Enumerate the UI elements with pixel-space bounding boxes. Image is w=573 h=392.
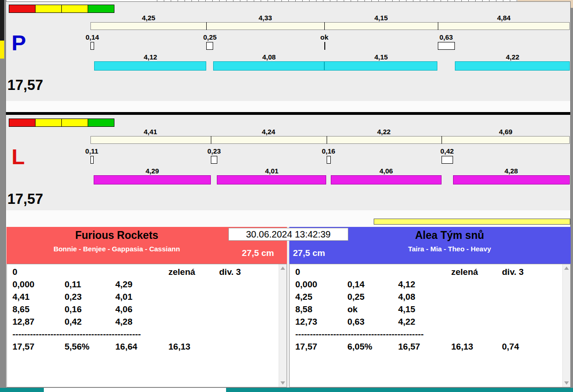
scrollbar[interactable] xyxy=(562,264,570,387)
exchange-time-box xyxy=(324,42,325,50)
result-row: 8,58ok4,15 xyxy=(290,304,562,317)
result-row: 4,410,234,01 xyxy=(7,292,278,304)
split-time-label: 4,41 xyxy=(130,128,171,136)
lane-panel-left: L 4,414,244,224,690,110,230,160,424,294,… xyxy=(6,115,571,210)
split-time-label: 4,22 xyxy=(363,128,405,136)
split-time-label: 4,84 xyxy=(483,14,525,22)
left-edge-yellow-strip xyxy=(0,41,4,59)
result-row: 0,0000,114,29 xyxy=(7,279,278,292)
split-time-label: 4,33 xyxy=(245,14,286,22)
run-time-label: 4,06 xyxy=(365,167,407,175)
result-cell: 4,15 xyxy=(398,304,415,315)
run-time-bar xyxy=(94,175,211,184)
result-cell: 0,63 xyxy=(347,317,364,327)
exchange-time-box xyxy=(90,156,94,164)
result-cell: 0 xyxy=(12,267,18,277)
result-cell: 0,42 xyxy=(65,317,82,327)
result-cell: 0,000 xyxy=(12,279,35,290)
team-results-left: 0zelenádiv. 30,0000,114,294,410,234,018,… xyxy=(6,264,287,387)
run-time-label: 4,29 xyxy=(131,167,173,175)
result-cell: 17,57 xyxy=(295,342,317,352)
result-cell: 4,01 xyxy=(115,292,132,302)
lane-chart-right: 4,254,334,154,840,140,25ok0,634,124,084,… xyxy=(6,1,571,101)
run-time-bar xyxy=(331,175,442,184)
scrollbar[interactable] xyxy=(279,264,286,387)
split-time-label: 4,25 xyxy=(128,14,169,22)
split-axis-bar xyxy=(90,22,570,30)
result-cell: 0,74 xyxy=(502,342,519,352)
split-axis-bar xyxy=(90,136,570,144)
result-cell: 0,14 xyxy=(347,279,364,290)
result-row: 12,870,424,28 xyxy=(7,317,278,329)
exchange-time-label: ok xyxy=(304,33,345,41)
result-cell: 12,73 xyxy=(295,317,317,327)
team-results-right: 0zelenádiv. 30,0000,144,124,250,254,088,… xyxy=(289,264,571,387)
scroll-up-icon[interactable] xyxy=(281,267,285,270)
run-time-label: 4,28 xyxy=(490,167,532,175)
flyball-timing-screen: P 4,254,334,154,840,140,25ok0,634,124,08… xyxy=(0,0,573,392)
scroll-up-icon[interactable] xyxy=(564,267,569,270)
result-cell: 4,28 xyxy=(115,317,132,327)
result-row: 4,250,254,08 xyxy=(290,292,562,304)
results-rows: 0zelenádiv. 30,0000,114,294,410,234,018,… xyxy=(7,267,278,387)
run-time-label: 4,15 xyxy=(360,53,402,61)
run-time-label: 4,22 xyxy=(492,53,533,61)
exchange-time-box xyxy=(442,156,453,164)
divider-line: ----------------------------------------… xyxy=(290,329,562,342)
result-cell: 8,65 xyxy=(12,304,30,315)
result-cell: 6,05% xyxy=(347,342,372,352)
exchange-time-box xyxy=(438,42,455,50)
result-cell: 0,25 xyxy=(347,292,364,302)
split-time-label: 4,15 xyxy=(360,14,402,22)
scroll-down-icon[interactable] xyxy=(281,381,285,385)
result-cell: 4,22 xyxy=(398,317,415,327)
exchange-time-label: 0,11 xyxy=(71,147,113,155)
result-cell: div. 3 xyxy=(502,267,524,277)
result-row: 0zelenádiv. 3 xyxy=(7,267,278,279)
exchange-time-label: 0,14 xyxy=(72,33,113,41)
result-cell: div. 3 xyxy=(219,267,241,277)
split-time-label: 4,24 xyxy=(248,128,289,136)
split-divider-tick xyxy=(438,22,438,30)
result-cell: 4,06 xyxy=(115,304,132,315)
results-rows: 0zelenádiv. 30,0000,144,124,250,254,088,… xyxy=(290,267,562,387)
run-time-label: 4,08 xyxy=(248,53,290,61)
split-divider-tick xyxy=(211,136,211,144)
exchange-time-box xyxy=(211,156,217,164)
result-cell: 16,64 xyxy=(115,342,137,352)
jump-height-label: 27,5 cm xyxy=(242,248,274,258)
lane-total-time: 17,57 xyxy=(7,77,43,94)
taskbar-segment xyxy=(44,388,226,392)
split-divider-tick xyxy=(442,136,442,144)
jump-height-label: 27,5 cm xyxy=(293,248,325,258)
result-row: 0zelenádiv. 3 xyxy=(290,267,562,279)
lane-panel-right: P 4,254,334,154,840,140,25ok0,634,124,08… xyxy=(6,1,571,101)
run-time-bar xyxy=(94,61,206,71)
taskbar xyxy=(0,388,573,392)
result-cell: 4,08 xyxy=(398,292,415,302)
exchange-time-label: 0,25 xyxy=(189,33,231,41)
result-cell: 12,87 xyxy=(12,317,35,327)
result-cell: 17,57 xyxy=(12,342,35,352)
run-time-bar xyxy=(213,61,324,71)
result-cell: 16,57 xyxy=(398,342,420,352)
lane-total-time: 17,57 xyxy=(7,191,43,208)
progress-indicator-bar xyxy=(374,219,570,225)
result-cell: ok xyxy=(347,304,358,315)
result-cell: 4,41 xyxy=(12,292,30,302)
scroll-down-icon[interactable] xyxy=(564,381,569,385)
result-row: 17,576,05%16,5716,130,74 xyxy=(290,342,562,354)
exchange-time-label: 0,16 xyxy=(308,147,349,155)
exchange-time-label: 0,42 xyxy=(426,147,468,155)
run-time-label: 4,01 xyxy=(251,167,292,175)
exchange-time-box xyxy=(90,42,94,50)
result-row: 8,650,164,06 xyxy=(7,304,278,317)
left-edge-dark-strip xyxy=(0,0,4,41)
split-divider-tick xyxy=(206,22,207,30)
result-cell: 4,29 xyxy=(115,279,132,290)
split-divider-tick xyxy=(324,22,325,30)
result-cell: 0,23 xyxy=(65,292,82,302)
result-cell: 4,12 xyxy=(398,279,415,290)
result-cell: 0,000 xyxy=(295,279,317,290)
result-cell: 8,58 xyxy=(295,304,312,315)
